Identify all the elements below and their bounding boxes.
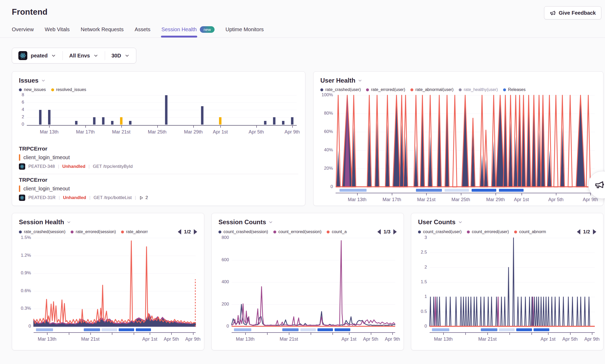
release-bar[interactable] [340, 189, 367, 192]
x-axis-label: Apr 1st [341, 336, 356, 342]
react-logo-icon [18, 51, 27, 60]
x-axis [232, 332, 395, 333]
x-axis-label: Mar 25th [148, 129, 166, 135]
issue-row[interactable]: TRPCErrorclient_login_timeoutPEATED-348|… [19, 143, 298, 174]
tab-uptime-monitors[interactable]: Uptime Monitors [226, 24, 264, 38]
user-health-panel: User Health rate_crashed(user)rate_error… [313, 71, 603, 206]
user-counts-panel-title[interactable]: User Counts [418, 218, 596, 226]
tab-assets[interactable]: Assets [135, 24, 150, 38]
release-bar[interactable] [102, 328, 117, 331]
legend-item-releases[interactable]: Releases [503, 87, 526, 92]
tab-label: Uptime Monitors [226, 26, 264, 33]
x-axis-label: Mar 21st [280, 336, 298, 342]
tab-label: Overview [12, 26, 34, 33]
tab-session-health[interactable]: Session Healthnew [161, 24, 215, 38]
x-axis-label: Mar 21st [417, 197, 435, 202]
tab-network-requests[interactable]: Network Requests [81, 24, 123, 38]
prev-page-arrow[interactable] [577, 229, 580, 234]
legend-item-rate-errored-session[interactable]: rate_errored(session) [71, 229, 116, 234]
legend-item-rate-crashed-user[interactable]: rate_crashed(user) [320, 87, 361, 92]
next-page-arrow[interactable] [593, 229, 596, 234]
session-counts-legend: count_crashed(session)count_errored(sess… [218, 229, 397, 235]
legend-item-count-errored-session[interactable]: count_errored(session) [273, 229, 322, 234]
releases-track [232, 328, 395, 331]
x-axis-label: Mar 13th [236, 336, 254, 342]
y-axis-label: 0.6% [19, 288, 31, 293]
issues-panel-title[interactable]: Issues [19, 77, 298, 84]
replay-count: 2 [139, 195, 148, 200]
legend-item-new-issues[interactable]: new_issues [19, 87, 46, 92]
x-axis-label: Apr 9th [584, 336, 599, 342]
x-axis-label: Apr 1st [142, 336, 157, 342]
legend-dot [503, 88, 506, 91]
release-bar[interactable] [481, 328, 497, 331]
give-feedback-label: Give Feedback [559, 10, 596, 16]
legend-item-rate-crashed-session[interactable]: rate_crashed(session) [19, 229, 65, 234]
user-counts-chart[interactable]: 00.511.522.53Mar 13thMar 21stApr 1stApr … [418, 236, 596, 345]
x-axis-label: Apr 9th [185, 336, 200, 342]
release-bar[interactable] [282, 328, 299, 331]
release-bar[interactable] [499, 189, 524, 192]
legend-pagination: 1/2 [575, 229, 596, 235]
environment-selector[interactable]: All Envs [63, 48, 105, 63]
legend-item-count-crashed-session[interactable]: count_crashed(session) [218, 229, 268, 234]
date-range-selector[interactable]: 30D [105, 48, 136, 63]
tab-overview[interactable]: Overview [12, 24, 34, 38]
next-page-arrow[interactable] [393, 229, 397, 234]
y-axis-label: 1.5% [19, 235, 31, 240]
legend-item-count-a[interactable]: count_a [327, 229, 347, 234]
x-axis-label: Apr 9th [385, 336, 400, 342]
release-bar[interactable] [234, 328, 251, 331]
x-axis-label: Apr 5th [164, 336, 179, 342]
prev-page-arrow[interactable] [178, 229, 181, 234]
release-bar[interactable] [136, 328, 151, 331]
legend-item-count-errored-user[interactable]: count_errored(user) [467, 229, 509, 234]
release-bar[interactable] [499, 328, 515, 331]
release-bar[interactable] [472, 189, 496, 192]
legend-item-rate-errored-user[interactable]: rate_errored(user) [366, 87, 405, 92]
project-selector[interactable]: peated [12, 48, 62, 63]
y-axis-label: 6 [19, 100, 24, 105]
releases-track [336, 189, 595, 192]
legend-dot [218, 231, 221, 233]
issues-chart[interactable]: 02468Mar 13thMar 17thMar 21stMar 25thMar… [19, 93, 298, 139]
y-axis-label: 0.3% [19, 306, 31, 311]
y-axis-label: 1.2% [19, 253, 31, 258]
release-bar[interactable] [335, 328, 350, 331]
session-health-chart[interactable]: 00.3%0.6%0.9%1.2%1.5%Mar 13thMar 21stApr… [19, 236, 197, 345]
release-bar[interactable] [84, 328, 100, 331]
y-axis-label: 4 [19, 107, 24, 112]
give-feedback-button[interactable]: Give Feedback [544, 6, 601, 19]
release-bar[interactable] [119, 328, 134, 331]
release-bar[interactable] [432, 328, 449, 331]
x-axis-label: Mar 25th [451, 197, 470, 202]
session-counts-chart[interactable]: 0200400600800Mar 13thMar 21stApr 1stApr … [218, 236, 397, 345]
prev-page-arrow[interactable] [377, 229, 381, 234]
release-bar[interactable] [317, 328, 333, 331]
user-health-panel-title[interactable]: User Health [320, 77, 596, 84]
release-bar[interactable] [445, 189, 469, 192]
x-axis-label: Apr 1st [540, 336, 555, 342]
tab-web-vitals[interactable]: Web Vitals [45, 24, 70, 38]
release-bar[interactable] [300, 328, 316, 331]
legend-item-count-crashed-user[interactable]: count_crashed(user) [418, 229, 462, 234]
legend-item-resolved-issues[interactable]: resolved_issues [51, 87, 86, 92]
release-bar[interactable] [516, 328, 532, 331]
next-page-arrow[interactable] [194, 229, 197, 234]
x-axis-label: Mar 13th [40, 129, 59, 135]
megaphone-icon [550, 10, 556, 16]
session-counts-panel-title[interactable]: Session Counts [218, 218, 397, 226]
legend-dot [327, 231, 330, 233]
legend-item-rate-abnorr[interactable]: rate_abnorr [121, 229, 148, 234]
legend-item-count-abnorm[interactable]: count_abnorm [514, 229, 546, 234]
session-health-panel-title[interactable]: Session Health [19, 218, 197, 226]
legend-item-rate-healthy-user[interactable]: rate_healthy(user) [459, 87, 498, 92]
release-bar[interactable] [534, 328, 549, 331]
release-bar[interactable] [416, 189, 442, 192]
user-health-chart[interactable]: 020%40%60%80%100%Mar 13thMar 17thMar 21s… [320, 93, 596, 206]
x-axis-label: Mar 21st [478, 336, 497, 342]
chevron-down-icon [93, 53, 98, 58]
issue-row[interactable]: TRPCErrorclient_login_timeoutPEATED-31R|… [19, 174, 298, 205]
release-bar[interactable] [36, 328, 53, 331]
legend-item-rate-abnormal-user[interactable]: rate_abnormal(user) [410, 87, 453, 92]
